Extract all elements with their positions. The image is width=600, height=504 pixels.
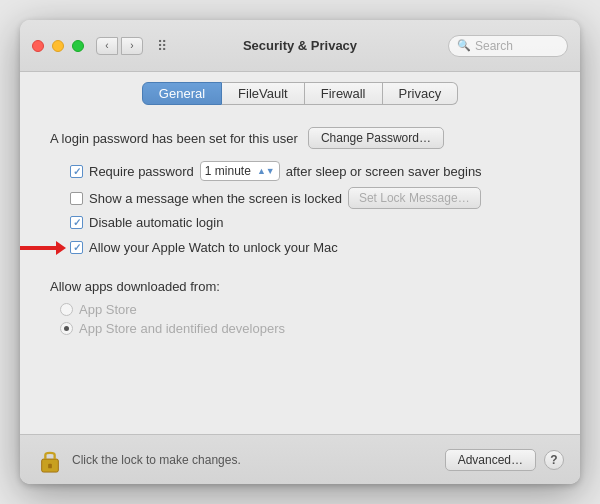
apple-watch-row: Allow your Apple Watch to unlock your Ma… — [70, 240, 550, 255]
arrow-body — [20, 246, 56, 250]
downloads-section: Allow apps downloaded from: App Store Ap… — [50, 279, 550, 336]
grid-button[interactable]: ⠿ — [151, 37, 173, 55]
forward-button[interactable]: › — [121, 37, 143, 55]
app-store-label: App Store — [79, 302, 137, 317]
downloads-title: Allow apps downloaded from: — [50, 279, 550, 294]
app-store-identified-label: App Store and identified developers — [79, 321, 285, 336]
app-store-option: App Store — [60, 302, 550, 317]
advanced-button[interactable]: Advanced… — [445, 449, 536, 471]
require-password-value: 1 minute — [205, 164, 251, 178]
footer: Click the lock to make changes. Advanced… — [20, 434, 580, 484]
change-password-button[interactable]: Change Password… — [308, 127, 444, 149]
titlebar: ‹ › ⠿ Security & Privacy 🔍 Search — [20, 20, 580, 72]
red-arrow — [20, 241, 66, 255]
app-store-identified-radio[interactable] — [60, 322, 73, 335]
tabs-bar: General FileVault Firewall Privacy — [20, 72, 580, 113]
search-icon: 🔍 — [457, 39, 471, 52]
show-message-label: Show a message when the screen is locked — [89, 191, 342, 206]
tab-firewall[interactable]: Firewall — [305, 82, 383, 105]
disable-autologin-label: Disable automatic login — [89, 215, 223, 230]
show-message-row: Show a message when the screen is locked… — [70, 187, 550, 209]
search-box[interactable]: 🔍 Search — [448, 35, 568, 57]
arrow-head — [56, 241, 66, 255]
tab-general[interactable]: General — [142, 82, 222, 105]
close-button[interactable] — [32, 40, 44, 52]
back-button[interactable]: ‹ — [96, 37, 118, 55]
login-password-row: A login password has been set for this u… — [50, 127, 550, 149]
disable-autologin-checkbox[interactable] — [70, 216, 83, 229]
tab-filevault[interactable]: FileVault — [222, 82, 305, 105]
help-button[interactable]: ? — [544, 450, 564, 470]
login-password-label: A login password has been set for this u… — [50, 131, 298, 146]
disable-autologin-row: Disable automatic login — [70, 215, 550, 230]
show-message-checkbox[interactable] — [70, 192, 83, 205]
options-section: Require password 1 minute ▲▼ after sleep… — [70, 161, 550, 255]
search-placeholder: Search — [475, 39, 559, 53]
apple-watch-label: Allow your Apple Watch to unlock your Ma… — [89, 240, 338, 255]
require-password-row: Require password 1 minute ▲▼ after sleep… — [70, 161, 550, 181]
tab-privacy[interactable]: Privacy — [383, 82, 459, 105]
require-password-checkbox[interactable] — [70, 165, 83, 178]
svg-rect-1 — [48, 463, 52, 468]
minimize-button[interactable] — [52, 40, 64, 52]
traffic-lights — [32, 40, 84, 52]
content-area: A login password has been set for this u… — [20, 113, 580, 434]
require-password-suffix: after sleep or screen saver begins — [286, 164, 482, 179]
app-store-radio[interactable] — [60, 303, 73, 316]
lock-svg — [39, 447, 61, 473]
dropdown-arrow-icon: ▲▼ — [257, 166, 275, 176]
nav-buttons: ‹ › — [96, 37, 143, 55]
maximize-button[interactable] — [72, 40, 84, 52]
require-password-label: Require password — [89, 164, 194, 179]
app-store-identified-option: App Store and identified developers — [60, 321, 550, 336]
footer-buttons: Advanced… ? — [445, 449, 564, 471]
set-lock-message-button[interactable]: Set Lock Message… — [348, 187, 481, 209]
apple-watch-checkbox[interactable] — [70, 241, 83, 254]
window-title: Security & Privacy — [243, 38, 357, 53]
require-password-dropdown[interactable]: 1 minute ▲▼ — [200, 161, 280, 181]
footer-lock-text: Click the lock to make changes. — [72, 453, 241, 467]
lock-icon[interactable] — [36, 446, 64, 474]
window: ‹ › ⠿ Security & Privacy 🔍 Search Genera… — [20, 20, 580, 484]
